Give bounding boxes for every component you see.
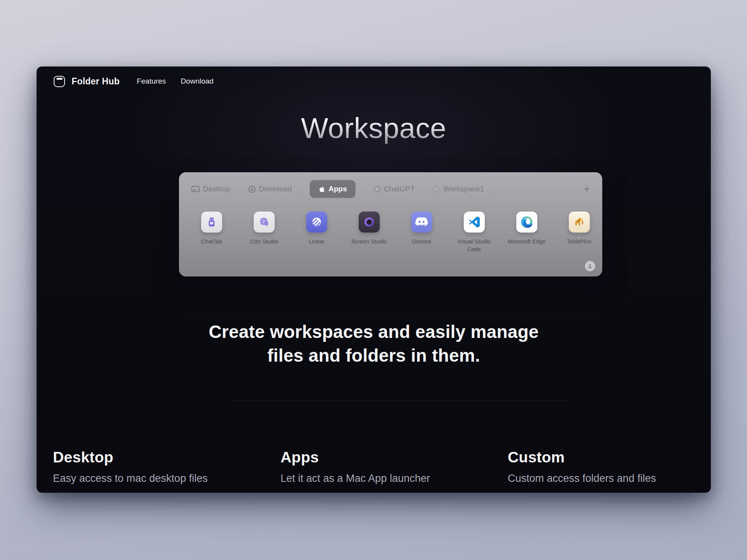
tab-label: Apps (328, 185, 347, 193)
feature-custom: Custom Custom access folders and files (508, 449, 710, 485)
app-item-discord[interactable]: Discord (395, 212, 448, 254)
app-label: Screen Studio (351, 238, 387, 245)
nav-link-download[interactable]: Download (181, 77, 214, 86)
feature-title: Custom (508, 449, 710, 466)
app-item-tableplus[interactable]: TablePlus (553, 212, 605, 254)
tab-label: ChatGPT (384, 185, 415, 193)
app-label: Discord (412, 238, 431, 245)
feature-description: Custom access folders and files (508, 472, 710, 485)
tab-label: Download (259, 185, 292, 193)
feature-title: Apps (281, 449, 483, 466)
i18n-studio-app-icon: i18n (254, 212, 275, 233)
page-title: Workspace (37, 112, 711, 145)
page-background: Folder Hub Features Download Workspace D… (0, 0, 747, 560)
edge-app-icon (516, 212, 537, 233)
section-divider (232, 401, 567, 401)
desktop-window-icon (191, 186, 200, 192)
tab-apps[interactable]: Apps (310, 180, 356, 198)
app-label: Microsoft Edge (508, 238, 545, 245)
tab-workspace1[interactable]: Workspace1 (433, 185, 484, 193)
app-item-i18n-studio[interactable]: i18n I18n Studio (238, 212, 290, 254)
tab-label: Workspace1 (443, 185, 484, 193)
svg-text:i18n: i18n (265, 223, 268, 225)
app-card: Folder Hub Features Download Workspace D… (37, 66, 711, 493)
hero-description-line2: files and folders in them. (37, 344, 711, 368)
tab-bar: Desktop Download Apps (191, 178, 592, 200)
app-item-vscode[interactable]: Visual Studio Code (448, 212, 500, 254)
tableplus-app-icon (569, 212, 590, 233)
feature-description: Let it act as a Mac App launcher (281, 472, 483, 485)
app-item-chattab[interactable]: ChatTab (185, 212, 238, 254)
discord-app-icon (411, 212, 432, 233)
app-grid: ChatTab i18n (185, 212, 605, 254)
hero-description: Create workspaces and easily manage file… (37, 320, 711, 368)
screen-studio-app-icon (359, 212, 380, 233)
app-item-edge[interactable]: Microsoft Edge (500, 212, 553, 254)
tab-chatgpt[interactable]: ChatGPT (374, 185, 415, 193)
brand[interactable]: Folder Hub (54, 76, 119, 87)
vscode-app-icon (464, 212, 485, 233)
app-label: Visual Studio Code (454, 238, 494, 254)
account-button[interactable] (585, 261, 595, 271)
person-icon (587, 263, 593, 270)
app-label: Linear (309, 238, 324, 245)
chattab-app-icon (201, 212, 222, 233)
feature-apps: Apps Let it act as a Mac App launcher (281, 449, 483, 485)
app-item-linear[interactable]: Linear (290, 212, 343, 254)
download-circle-icon (248, 186, 256, 193)
feature-desktop: Desktop Easy access to mac desktop files (53, 449, 255, 485)
nav-links: Features Download (137, 77, 213, 86)
brand-name: Folder Hub (72, 76, 119, 87)
hero-description-line1: Create workspaces and easily manage (37, 320, 711, 344)
tab-download[interactable]: Download (248, 185, 292, 193)
nav-link-features[interactable]: Features (137, 77, 166, 86)
tab-label: Desktop (203, 185, 230, 193)
feature-title: Desktop (53, 449, 255, 466)
workspace-panel: Desktop Download Apps (179, 172, 602, 276)
openai-icon (374, 186, 381, 192)
app-label: TablePlus (567, 238, 591, 245)
linear-app-icon (306, 212, 327, 233)
app-label: ChatTab (201, 238, 222, 245)
add-workspace-button[interactable]: + (581, 183, 592, 195)
mini-app-circle-icon (433, 186, 440, 192)
tab-desktop[interactable]: Desktop (191, 185, 230, 193)
app-label: I18n Studio (250, 238, 278, 245)
app-item-screen-studio[interactable]: Screen Studio (343, 212, 395, 254)
feature-description: Easy access to mac desktop files (53, 472, 255, 485)
folder-hub-logo-icon (54, 76, 65, 87)
apple-logo-icon (318, 186, 325, 193)
top-nav: Folder Hub Features Download (54, 72, 214, 91)
